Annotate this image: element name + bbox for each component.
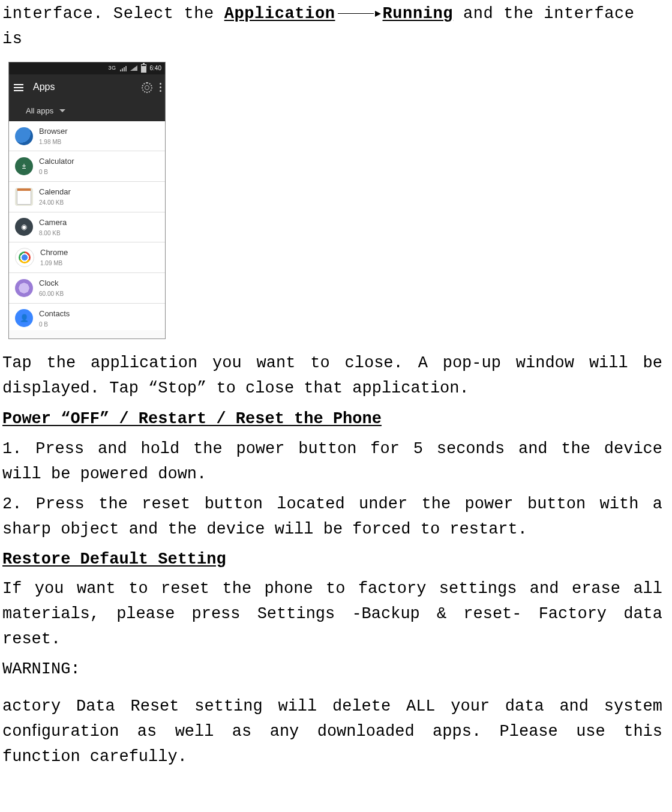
warning-label: WARNING: — [2, 657, 662, 682]
status-bar: 3G 6:40 — [9, 62, 165, 74]
app-name: Chrome — [40, 247, 68, 259]
intro-application-word: Application — [224, 5, 335, 23]
app-size: 0 B — [39, 320, 70, 329]
app-row-text: Contacts0 B — [39, 308, 70, 329]
app-name: Clock — [39, 277, 64, 289]
status-clock: 6:40 — [150, 64, 161, 73]
phone-frame: 3G 6:40 Apps All apps Browser1.98 MB±Cal… — [8, 62, 166, 339]
warning-paragraph: actory Data Reset setting will delete AL… — [2, 694, 662, 770]
filter-label: All apps — [26, 105, 53, 117]
calc-icon: ± — [15, 157, 33, 175]
network-label: 3G — [109, 64, 116, 73]
contacts-icon: 👤 — [15, 309, 33, 327]
app-size: 8.00 KB — [39, 229, 67, 238]
tap-paragraph: Tap the application you want to close. A… — [2, 351, 662, 401]
app-name: Calculator — [39, 155, 74, 167]
app-row[interactable]: Calendar24.00 KB — [9, 182, 165, 212]
appbar-title: Apps — [33, 80, 55, 95]
heading-power: Power “OFF” / Restart / Reset the Phone — [2, 407, 662, 432]
intro-line: interface. Select the ApplicationRunning… — [2, 2, 662, 52]
signal-strength-icon — [120, 65, 127, 71]
overflow-menu-icon[interactable] — [160, 83, 161, 92]
gear-icon[interactable] — [142, 82, 152, 93]
app-bar: Apps — [9, 74, 165, 101]
battery-icon — [141, 64, 146, 73]
restore-paragraph: If you want to reset the phone to factor… — [2, 577, 662, 652]
app-size: 60.00 KB — [39, 289, 64, 299]
chrome-icon — [15, 248, 34, 267]
camera-icon: ◉ — [15, 218, 33, 236]
app-row[interactable]: ±Calculator0 B — [9, 151, 165, 182]
calendar-icon — [15, 188, 33, 206]
app-name: Camera — [39, 217, 67, 229]
clock-icon — [15, 279, 33, 297]
hamburger-icon[interactable] — [13, 83, 25, 92]
app-row[interactable]: Chrome1.09 MB — [9, 242, 165, 273]
intro-prefix: interface. Select the — [2, 5, 224, 23]
app-row-text: Camera8.00 KB — [39, 217, 67, 238]
app-list: Browser1.98 MB±Calculator0 BCalendar24.0… — [9, 121, 165, 338]
signal-triangle-icon — [130, 65, 137, 71]
app-size: 24.00 KB — [39, 198, 71, 208]
app-row-text: Calendar24.00 KB — [39, 186, 71, 208]
app-row-text: Chrome1.09 MB — [40, 247, 68, 268]
arrow — [335, 5, 383, 23]
app-row-text: Clock60.00 KB — [39, 277, 64, 299]
app-size: 1.98 MB — [39, 137, 68, 147]
app-row[interactable]: Clock60.00 KB — [9, 273, 165, 304]
app-name: Contacts — [39, 308, 70, 320]
intro-running-word: Running — [383, 5, 454, 23]
caret-down-icon — [59, 109, 65, 112]
app-row-text: Calculator0 B — [39, 155, 74, 177]
heading-restore: Restore Default Setting — [2, 547, 662, 573]
phone-screenshot: 3G 6:40 Apps All apps Browser1.98 MB±Cal… — [8, 62, 662, 339]
app-row-text: Browser1.98 MB — [39, 125, 68, 147]
power-step-2: 2. Press the reset button located under … — [2, 492, 662, 543]
app-name: Calendar — [39, 186, 71, 198]
app-row[interactable]: Browser1.98 MB — [9, 121, 165, 152]
filter-bar[interactable]: All apps — [9, 101, 165, 121]
warning-block: actory Data Reset setting will delete AL… — [2, 694, 662, 770]
app-name: Browser — [39, 125, 68, 137]
app-size: 0 B — [39, 167, 74, 177]
power-step-1: 1. Press and hold the power button for 5… — [2, 437, 662, 487]
app-size: 1.09 MB — [40, 259, 68, 268]
app-row[interactable]: ◉Camera8.00 KB — [9, 212, 165, 243]
app-row[interactable]: 👤Contacts0 B — [9, 304, 165, 331]
browser-icon — [15, 127, 33, 145]
